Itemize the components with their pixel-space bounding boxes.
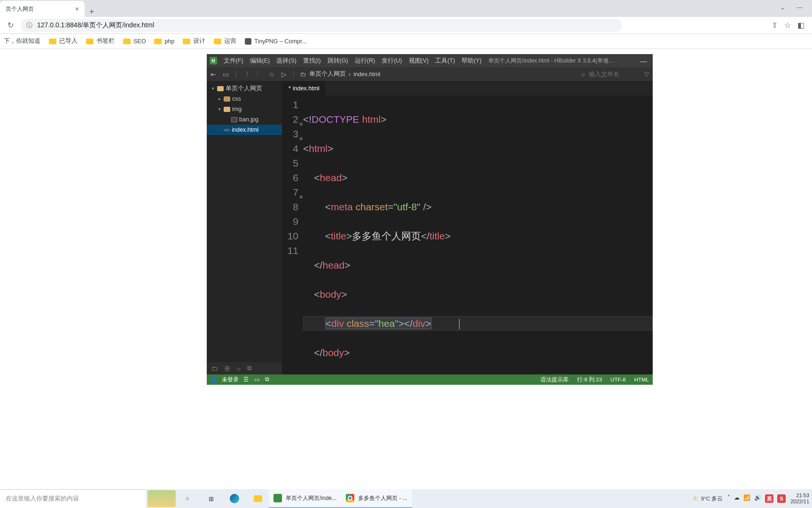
taskbar-app-chrome[interactable]: 多多鱼个人网页 - ... (341, 489, 412, 508)
search-icon[interactable]: ⌕ (581, 71, 585, 78)
menu-tools[interactable]: 工具(T) (435, 57, 455, 65)
address-bar[interactable]: ⓘ 127.0.0.1:8848/单页个人网页/index.html (21, 19, 622, 32)
clipboard-icon[interactable]: ⧉ (247, 365, 251, 372)
line-number: 4 (282, 141, 298, 156)
forward-icon[interactable]: 〉 (256, 70, 262, 79)
widget-icon[interactable] (148, 490, 176, 507)
bookmark-item[interactable]: 已导入 (49, 37, 78, 45)
code-content[interactable]: <!DOCTYPE html> <html> <head> <meta char… (303, 95, 653, 374)
line-number: 11 (282, 243, 298, 258)
browser-tab[interactable]: 页个人网页 × (0, 1, 85, 17)
editor-tab[interactable]: * index.html (282, 81, 327, 95)
star-icon[interactable]: ☆ (784, 21, 791, 30)
folder-icon (224, 107, 230, 112)
bookmark-item[interactable]: php (154, 38, 174, 45)
breadcrumb: 🗀 单页个人网页 › index.html (300, 70, 380, 78)
clock-date: 2022/11 (790, 499, 809, 505)
new-tab-button[interactable]: + (85, 7, 99, 17)
star-icon[interactable]: ☆ (269, 71, 275, 78)
ime-badge-icon[interactable]: S (777, 494, 786, 503)
chevron-right-icon[interactable]: ▸ (217, 96, 222, 101)
link-icon[interactable]: ⧉ (265, 376, 269, 383)
image-icon (231, 117, 237, 122)
task-view-icon[interactable]: ⊞ (200, 489, 222, 508)
outline-icon[interactable]: ⦿ (224, 365, 230, 372)
encoding[interactable]: UTF-8 (610, 377, 626, 382)
taskbar-search[interactable]: 在这里输入你要搜索的内容 (0, 489, 146, 508)
run-icon[interactable]: ▷ (281, 71, 287, 78)
language-mode[interactable]: HTML (634, 377, 649, 382)
menu-goto[interactable]: 跳转(G) (328, 57, 348, 65)
search-icon[interactable]: ⌕ (237, 365, 241, 372)
cortana-icon[interactable]: ○ (177, 489, 198, 508)
line-number: 3▣ (282, 127, 298, 141)
user-icon[interactable]: 👤 (211, 376, 217, 383)
sidebar-footer: 🗀 ⦿ ⌕ ⧉ (207, 362, 282, 374)
breadcrumb-item[interactable]: 单页个人网页 (309, 70, 346, 78)
code-editor[interactable]: 1 2▣ 3▣ 4 5 6 7▣ 8 9 10 11 <!DOCTYPE htm… (282, 95, 653, 374)
info-icon[interactable]: ⓘ (26, 21, 32, 30)
edge-icon[interactable] (224, 489, 245, 508)
search-input[interactable] (589, 71, 631, 78)
bookmark-item[interactable]: 设计 (183, 37, 205, 45)
syntax-hint[interactable]: 语法提示库 (540, 376, 569, 383)
bookmark-item[interactable]: TinyPNG – Compr... (245, 38, 306, 45)
chevron-down-icon[interactable]: ▾ (211, 86, 215, 91)
menu-help[interactable]: 帮助(Y) (461, 57, 482, 65)
tree-root[interactable]: ▾ 单页个人网页 (207, 83, 282, 94)
cursor-position[interactable]: 行:8 列:23 (577, 376, 602, 383)
folder-icon[interactable]: 🗀 (211, 365, 218, 372)
filter-icon[interactable]: ▽ (644, 71, 649, 78)
menu-find[interactable]: 查找(I) (303, 57, 321, 65)
tree-folder-css[interactable]: ▸ css (207, 94, 282, 104)
bookmark-item[interactable]: 书签栏 (86, 37, 115, 45)
ime-indicator[interactable]: 英 (765, 494, 773, 503)
menu-publish[interactable]: 发行(U) (382, 57, 402, 65)
collapse-icon[interactable]: ⇤ (211, 71, 216, 78)
reload-icon[interactable]: ↻ (4, 19, 17, 32)
back-icon[interactable]: 〈 (242, 70, 249, 79)
menu-view[interactable]: 视图(V) (409, 57, 429, 65)
taskbar-app-hbuilder[interactable]: 单页个人网页/inde... (269, 489, 341, 508)
folder-icon (86, 39, 94, 44)
close-icon[interactable]: × (75, 5, 79, 13)
tree-file-index[interactable]: <> index.html (207, 125, 282, 135)
tree-file-image[interactable]: ban.jpg (207, 114, 282, 125)
chevron-up-icon[interactable]: ˄ (727, 494, 730, 503)
tree-folder-img[interactable]: ▾ img (207, 104, 282, 114)
fold-icon[interactable]: ▣ (299, 117, 303, 131)
tray-weather[interactable]: ⛅ 9°C 多云 (693, 495, 723, 502)
bookmark-item[interactable]: SEO (123, 38, 146, 45)
cloud-icon[interactable]: ☁ (734, 494, 740, 503)
bookmark-label: TinyPNG – Compr... (254, 38, 306, 45)
chevron-down-icon[interactable]: ⌄ (780, 4, 785, 11)
login-status[interactable]: 未登录 (222, 376, 239, 383)
list-icon[interactable]: ☰ (243, 376, 249, 383)
weather-text: 9°C 多云 (701, 495, 723, 502)
menu-edit[interactable]: 编辑(E) (250, 57, 270, 65)
explorer-icon[interactable] (247, 489, 269, 508)
share-icon[interactable]: ⇪ (772, 21, 778, 30)
new-file-icon[interactable]: ▭ (223, 71, 229, 78)
wifi-icon[interactable]: 📶 (743, 494, 750, 503)
chevron-down-icon[interactable]: ▾ (217, 107, 222, 111)
volume-icon[interactable]: 🔊 (754, 494, 761, 503)
minimize-icon[interactable]: — (796, 4, 803, 11)
fold-icon[interactable]: ▣ (299, 131, 303, 146)
folder-icon (224, 96, 230, 102)
clock-time: 21:53 (790, 492, 809, 499)
bookmark-item[interactable]: 运营 (214, 37, 236, 45)
sidepanel-icon[interactable]: ◧ (797, 21, 804, 30)
fold-icon[interactable]: ▣ (299, 190, 303, 204)
tray-clock[interactable]: 21:53 2022/11 (790, 492, 809, 505)
terminal-icon[interactable]: ▭ (254, 376, 259, 383)
menu-select[interactable]: 选择(S) (276, 57, 297, 65)
minimize-icon[interactable]: — (637, 57, 650, 65)
breadcrumb-item[interactable]: index.html (353, 71, 380, 78)
menu-file[interactable]: 文件(F) (224, 57, 243, 65)
system-tray: ⛅ 9°C 多云 ˄ ☁ 📶 🔊 英 S 21:53 2022/11 (693, 492, 812, 505)
file-search: ⌕ ▽ (581, 71, 649, 78)
tree-label: css (232, 95, 241, 102)
menu-run[interactable]: 运行(R) (355, 57, 375, 65)
hbuilder-titlebar[interactable]: H 文件(F) 编辑(E) 选择(S) 查找(I) 跳转(G) 运行(R) 发行… (207, 54, 653, 67)
